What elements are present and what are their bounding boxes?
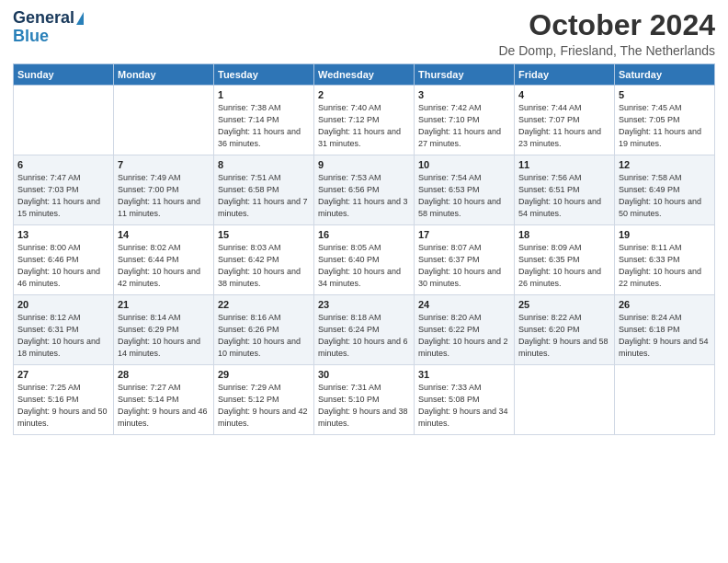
day-cell: 6Sunrise: 7:47 AMSunset: 7:03 PMDaylight…: [14, 155, 114, 225]
day-cell: 10Sunrise: 7:54 AMSunset: 6:53 PMDayligh…: [415, 155, 515, 225]
day-info: Sunrise: 8:11 AMSunset: 6:33 PMDaylight:…: [619, 242, 711, 290]
day-cell: 27Sunrise: 7:25 AMSunset: 5:16 PMDayligh…: [14, 365, 114, 435]
day-info: Sunrise: 8:12 AMSunset: 6:31 PMDaylight:…: [17, 312, 109, 360]
day-number: 16: [318, 229, 410, 240]
day-header-sunday: Sunday: [14, 64, 114, 86]
day-cell: 16Sunrise: 8:05 AMSunset: 6:40 PMDayligh…: [314, 225, 415, 295]
day-info: Sunrise: 7:31 AMSunset: 5:10 PMDaylight:…: [318, 382, 410, 430]
day-info: Sunrise: 7:29 AMSunset: 5:12 PMDaylight:…: [218, 382, 310, 430]
day-info: Sunrise: 8:14 AMSunset: 6:29 PMDaylight:…: [118, 312, 210, 360]
day-number: 29: [218, 369, 310, 380]
day-number: 9: [318, 159, 410, 170]
day-number: 17: [418, 229, 510, 240]
day-cell: 26Sunrise: 8:24 AMSunset: 6:18 PMDayligh…: [615, 295, 715, 365]
day-cell: 12Sunrise: 7:58 AMSunset: 6:49 PMDayligh…: [615, 155, 715, 225]
day-number: 28: [118, 369, 210, 380]
day-number: 3: [418, 89, 510, 100]
day-cell: [515, 365, 615, 435]
day-number: 12: [619, 159, 711, 170]
day-number: 19: [619, 229, 711, 240]
day-cell: 20Sunrise: 8:12 AMSunset: 6:31 PMDayligh…: [14, 295, 114, 365]
day-info: Sunrise: 7:47 AMSunset: 7:03 PMDaylight:…: [17, 172, 109, 220]
day-number: 2: [318, 89, 410, 100]
day-number: 24: [418, 299, 510, 310]
day-info: Sunrise: 7:53 AMSunset: 6:56 PMDaylight:…: [318, 172, 410, 220]
day-number: 18: [518, 229, 610, 240]
week-row-3: 13Sunrise: 8:00 AMSunset: 6:46 PMDayligh…: [14, 225, 715, 295]
day-info: Sunrise: 7:54 AMSunset: 6:53 PMDaylight:…: [418, 172, 510, 220]
day-header-monday: Monday: [114, 64, 214, 86]
day-number: 5: [619, 89, 711, 100]
day-cell: 5Sunrise: 7:45 AMSunset: 7:05 PMDaylight…: [615, 86, 715, 155]
day-cell: 11Sunrise: 7:56 AMSunset: 6:51 PMDayligh…: [515, 155, 615, 225]
day-info: Sunrise: 7:25 AMSunset: 5:16 PMDaylight:…: [17, 382, 109, 430]
day-number: 20: [17, 299, 109, 310]
month-title: October 2024: [498, 9, 715, 41]
day-cell: 24Sunrise: 8:20 AMSunset: 6:22 PMDayligh…: [415, 295, 515, 365]
day-info: Sunrise: 8:20 AMSunset: 6:22 PMDaylight:…: [418, 312, 510, 360]
day-info: Sunrise: 7:58 AMSunset: 6:49 PMDaylight:…: [619, 172, 711, 220]
day-number: 15: [218, 229, 310, 240]
day-cell: 14Sunrise: 8:02 AMSunset: 6:44 PMDayligh…: [114, 225, 214, 295]
day-cell: 31Sunrise: 7:33 AMSunset: 5:08 PMDayligh…: [415, 365, 515, 435]
day-info: Sunrise: 8:16 AMSunset: 6:26 PMDaylight:…: [218, 312, 310, 360]
day-header-tuesday: Tuesday: [214, 64, 314, 86]
day-info: Sunrise: 7:33 AMSunset: 5:08 PMDaylight:…: [418, 382, 510, 430]
header-row: SundayMondayTuesdayWednesdayThursdayFrid…: [14, 64, 715, 86]
day-number: 8: [218, 159, 310, 170]
day-number: 31: [418, 369, 510, 380]
day-cell: 21Sunrise: 8:14 AMSunset: 6:29 PMDayligh…: [114, 295, 214, 365]
day-info: Sunrise: 8:07 AMSunset: 6:37 PMDaylight:…: [418, 242, 510, 290]
day-cell: [114, 86, 214, 155]
day-cell: 8Sunrise: 7:51 AMSunset: 6:58 PMDaylight…: [214, 155, 314, 225]
day-number: 13: [17, 229, 109, 240]
day-info: Sunrise: 8:02 AMSunset: 6:44 PMDaylight:…: [118, 242, 210, 290]
day-number: 11: [518, 159, 610, 170]
day-cell: 7Sunrise: 7:49 AMSunset: 7:00 PMDaylight…: [114, 155, 214, 225]
day-info: Sunrise: 7:51 AMSunset: 6:58 PMDaylight:…: [218, 172, 310, 220]
logo-triangle-icon: [76, 12, 84, 25]
day-info: Sunrise: 8:03 AMSunset: 6:42 PMDaylight:…: [218, 242, 310, 290]
day-info: Sunrise: 8:24 AMSunset: 6:18 PMDaylight:…: [619, 312, 711, 360]
day-number: 21: [118, 299, 210, 310]
day-number: 27: [17, 369, 109, 380]
day-info: Sunrise: 7:56 AMSunset: 6:51 PMDaylight:…: [518, 172, 610, 220]
week-row-1: 1Sunrise: 7:38 AMSunset: 7:14 PMDaylight…: [14, 86, 715, 155]
day-info: Sunrise: 7:45 AMSunset: 7:05 PMDaylight:…: [619, 102, 711, 150]
day-cell: 3Sunrise: 7:42 AMSunset: 7:10 PMDaylight…: [415, 86, 515, 155]
day-number: 22: [218, 299, 310, 310]
day-header-wednesday: Wednesday: [314, 64, 415, 86]
day-cell: 28Sunrise: 7:27 AMSunset: 5:14 PMDayligh…: [114, 365, 214, 435]
day-info: Sunrise: 8:05 AMSunset: 6:40 PMDaylight:…: [318, 242, 410, 290]
day-cell: 9Sunrise: 7:53 AMSunset: 6:56 PMDaylight…: [314, 155, 415, 225]
day-number: 10: [418, 159, 510, 170]
day-cell: 13Sunrise: 8:00 AMSunset: 6:46 PMDayligh…: [14, 225, 114, 295]
day-cell: 23Sunrise: 8:18 AMSunset: 6:24 PMDayligh…: [314, 295, 415, 365]
day-number: 23: [318, 299, 410, 310]
day-info: Sunrise: 7:27 AMSunset: 5:14 PMDaylight:…: [118, 382, 210, 430]
day-number: 6: [17, 159, 109, 170]
day-info: Sunrise: 7:49 AMSunset: 7:00 PMDaylight:…: [118, 172, 210, 220]
day-info: Sunrise: 7:44 AMSunset: 7:07 PMDaylight:…: [518, 102, 610, 150]
day-cell: [14, 86, 114, 155]
week-row-5: 27Sunrise: 7:25 AMSunset: 5:16 PMDayligh…: [14, 365, 715, 435]
header: General Blue October 2024 De Domp, Fries…: [13, 9, 715, 58]
day-number: 4: [518, 89, 610, 100]
day-cell: 29Sunrise: 7:29 AMSunset: 5:12 PMDayligh…: [214, 365, 314, 435]
day-number: 25: [518, 299, 610, 310]
day-info: Sunrise: 8:09 AMSunset: 6:35 PMDaylight:…: [518, 242, 610, 290]
calendar-table: SundayMondayTuesdayWednesdayThursdayFrid…: [13, 63, 715, 435]
day-cell: 30Sunrise: 7:31 AMSunset: 5:10 PMDayligh…: [314, 365, 415, 435]
day-number: 26: [619, 299, 711, 310]
day-info: Sunrise: 7:38 AMSunset: 7:14 PMDaylight:…: [218, 102, 310, 150]
location: De Domp, Friesland, The Netherlands: [498, 43, 715, 58]
day-number: 30: [318, 369, 410, 380]
day-cell: 1Sunrise: 7:38 AMSunset: 7:14 PMDaylight…: [214, 86, 314, 155]
day-cell: 17Sunrise: 8:07 AMSunset: 6:37 PMDayligh…: [415, 225, 515, 295]
day-number: 1: [218, 89, 310, 100]
day-info: Sunrise: 8:00 AMSunset: 6:46 PMDaylight:…: [17, 242, 109, 290]
day-cell: 18Sunrise: 8:09 AMSunset: 6:35 PMDayligh…: [515, 225, 615, 295]
day-number: 14: [118, 229, 210, 240]
day-header-saturday: Saturday: [615, 64, 715, 86]
day-cell: [615, 365, 715, 435]
